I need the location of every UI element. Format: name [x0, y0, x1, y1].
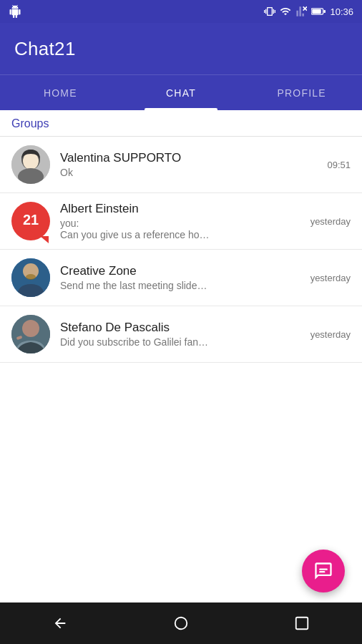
chat-meta-stefano: yesterday [310, 329, 351, 340]
chat-item-valentina[interactable]: Valentina SUPPORTO Ok 09:51 [0, 137, 362, 193]
chat-time-valentina: 09:51 [327, 160, 351, 170]
chat-preview-creative: Send me the last meeting slide… [60, 280, 300, 291]
svg-point-7 [23, 152, 39, 170]
svg-rect-19 [319, 571, 325, 572]
chat-preview-albert: you: Can you give us a reference ho… [60, 218, 300, 240]
status-bar-right: 10:36 [264, 6, 353, 17]
nav-recent-button[interactable] [284, 605, 320, 641]
recent-icon [294, 615, 310, 631]
groups-label: Groups [11, 117, 49, 130]
avatar-creative [11, 258, 50, 297]
android-icon [9, 5, 21, 18]
new-chat-fab[interactable] [302, 550, 345, 592]
svg-point-14 [26, 274, 36, 280]
svg-point-20 [175, 618, 187, 630]
bottom-nav [0, 602, 362, 644]
chat-meta-valentina: 09:51 [327, 160, 351, 170]
app-header: Chat21 [0, 23, 362, 74]
svg-rect-4 [313, 9, 322, 14]
svg-rect-18 [319, 569, 328, 570]
svg-point-16 [22, 320, 39, 337]
svg-rect-3 [324, 10, 326, 13]
chat-list: Valentina SUPPORTO Ok 09:51 21 Albert Ei… [0, 137, 362, 363]
status-bar: 10:36 [0, 0, 362, 23]
groups-header: Groups [0, 110, 362, 137]
chat-preview-valentina: Ok [60, 167, 317, 178]
avatar-valentina-img [11, 145, 50, 184]
avatar-albert: 21 [11, 202, 50, 240]
avatar-creative-img [11, 258, 50, 297]
nav-home-button[interactable] [163, 605, 199, 641]
status-time: 10:36 [330, 6, 353, 17]
avatar-stefano [11, 315, 50, 353]
home-circle-icon [173, 615, 189, 631]
app-title: Chat21 [14, 38, 76, 60]
chat-meta-albert: yesterday [310, 216, 351, 227]
battery-icon [311, 6, 326, 17]
avatar-valentina [11, 145, 50, 184]
chat-item-albert[interactable]: 21 Albert Einstein you: Can you give us … [0, 193, 362, 250]
chat-name-creative: Creative Zone [60, 264, 300, 278]
chat-content-stefano: Stefano De Pascalis Did you subscribe to… [60, 321, 300, 348]
tab-bar: HOME CHAT PROFILE [0, 74, 362, 110]
chat-content-valentina: Valentina SUPPORTO Ok [60, 151, 317, 178]
preview-you-albert: you: [60, 218, 300, 229]
chat-name-stefano: Stefano De Pascalis [60, 321, 300, 335]
avatar-albert-bubble: 21 [11, 202, 50, 240]
chat-time-albert: yesterday [310, 216, 351, 227]
chat-time-creative: yesterday [310, 273, 351, 283]
chat-content-albert: Albert Einstein you: Can you give us a r… [60, 202, 300, 240]
chat-meta-creative: yesterday [310, 273, 351, 283]
tab-home[interactable]: HOME [0, 75, 121, 110]
chat-time-stefano: yesterday [310, 329, 351, 340]
svg-rect-21 [295, 618, 308, 630]
chat-item-creative[interactable]: Creative Zone Send me the last meeting s… [0, 250, 362, 306]
chat-name-valentina: Valentina SUPPORTO [60, 151, 317, 165]
avatar-stefano-img [11, 315, 50, 353]
vibrate-icon [264, 6, 275, 17]
nav-back-button[interactable] [42, 605, 78, 641]
signal-icon [295, 6, 307, 17]
chat-icon [313, 561, 333, 581]
svg-text:21: 21 [23, 212, 39, 228]
tab-profile[interactable]: PROFILE [241, 75, 362, 110]
chat-content-creative: Creative Zone Send me the last meeting s… [60, 264, 300, 291]
tab-chat[interactable]: CHAT [121, 75, 242, 110]
status-bar-left [9, 5, 21, 18]
back-icon [52, 615, 68, 631]
chat-preview-stefano: Did you subscribe to Galilei fan… [60, 336, 300, 348]
chat-name-albert: Albert Einstein [60, 202, 300, 216]
chat-item-stefano[interactable]: Stefano De Pascalis Did you subscribe to… [0, 306, 362, 363]
wifi-icon [280, 6, 291, 17]
preview-text-albert: Can you give us a reference ho… [60, 229, 300, 240]
